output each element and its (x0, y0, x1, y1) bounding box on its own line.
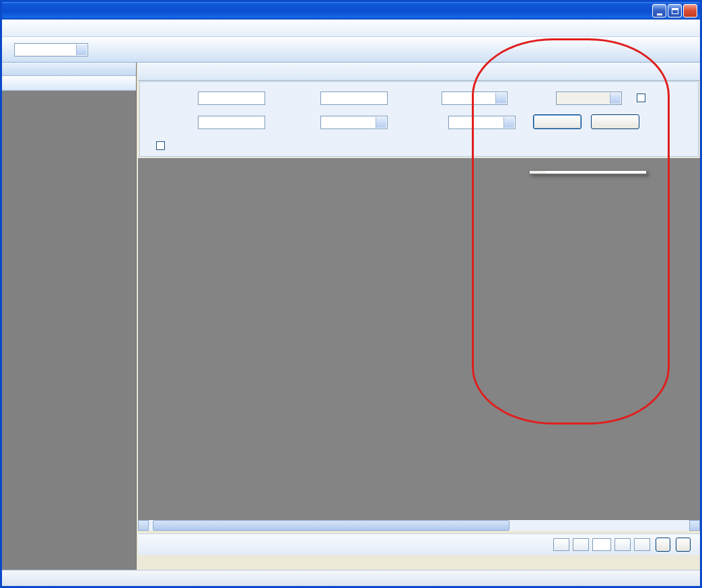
main-content (138, 63, 700, 570)
color-checkbox[interactable] (156, 141, 165, 150)
export-all-pages-button[interactable] (676, 538, 691, 552)
sidebar (2, 63, 137, 570)
pay-method-select[interactable] (448, 116, 516, 129)
app-window (0, 0, 702, 588)
dropdown-arrow-icon[interactable] (76, 44, 87, 55)
tool-window-header (2, 63, 136, 76)
app-icon (5, 5, 15, 16)
status-bar (2, 570, 700, 586)
scroll-left-icon[interactable] (138, 520, 149, 531)
title-bar[interactable] (2, 2, 700, 20)
order-status-select[interactable] (320, 116, 388, 129)
tool-window-close-icon[interactable] (122, 64, 133, 74)
export-current-page-button[interactable] (656, 538, 670, 552)
window-controls (652, 4, 697, 17)
dropdown-arrow-icon[interactable] (610, 93, 621, 104)
menu-bar (2, 20, 700, 37)
restore-button[interactable] (668, 4, 682, 17)
page-number-input[interactable] (592, 538, 611, 551)
store-select[interactable] (14, 43, 88, 57)
scrollbar-track[interactable] (149, 520, 689, 531)
close-button[interactable] (683, 4, 697, 17)
toolbar (2, 37, 700, 63)
scroll-right-icon[interactable] (689, 520, 700, 531)
sidebar-section-sales[interactable] (2, 76, 136, 91)
dropdown-arrow-icon[interactable] (495, 93, 506, 104)
next-page-button[interactable] (615, 538, 631, 551)
first-page-button[interactable] (553, 538, 569, 551)
tab-tools (687, 76, 700, 80)
sidebar-icon-panel (2, 91, 136, 508)
store-selector-group (10, 43, 88, 57)
query-button[interactable] (533, 114, 582, 129)
prev-page-button[interactable] (573, 538, 589, 551)
scrollbar-thumb[interactable] (153, 520, 510, 531)
pin-icon[interactable] (111, 64, 122, 74)
new-button[interactable] (591, 114, 639, 129)
customer-name-input[interactable] (320, 91, 388, 105)
enable-checkbox[interactable] (637, 94, 645, 102)
order-table-area (138, 158, 700, 520)
end-date-picker[interactable] (556, 91, 622, 105)
pagination-bar (138, 534, 700, 555)
order-no-input[interactable] (198, 116, 265, 129)
minimize-button[interactable] (652, 4, 666, 17)
context-menu (529, 170, 647, 174)
customer-no-input[interactable] (198, 91, 265, 105)
tab-bar (138, 63, 700, 81)
start-date-picker[interactable] (442, 91, 507, 105)
filter-panel (139, 81, 699, 157)
horizontal-scrollbar[interactable] (138, 520, 700, 531)
last-page-button[interactable] (634, 538, 650, 551)
dropdown-arrow-icon[interactable] (376, 117, 386, 128)
dropdown-arrow-icon[interactable] (503, 117, 514, 128)
